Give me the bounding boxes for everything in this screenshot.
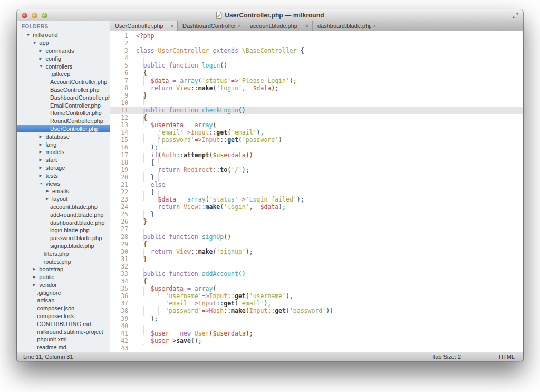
- line-number[interactable]: 11: [110, 107, 128, 114]
- folder-collapsed-icon[interactable]: ▶: [40, 142, 46, 147]
- tab-size-indicator[interactable]: Tab Size: 2: [432, 353, 461, 360]
- line-number[interactable]: 40: [110, 322, 128, 330]
- sidebar-file-item[interactable]: login.blade.php: [17, 226, 110, 234]
- code-line[interactable]: 19 return Redirect::to('/');: [110, 166, 523, 174]
- folder-collapsed-icon[interactable]: ▶: [40, 49, 46, 53]
- code-line[interactable]: 36 'username'=>Input::get('username'),: [110, 292, 523, 300]
- line-number[interactable]: 42: [110, 337, 128, 345]
- code-line[interactable]: 34 {: [110, 278, 523, 285]
- fullscreen-icon[interactable]: [512, 12, 519, 19]
- code-line[interactable]: 38 'password'=>Hash::make(Input::get('pa…: [110, 307, 523, 314]
- sidebar-file-item[interactable]: BaseController.php: [17, 86, 110, 94]
- sidebar-file-item[interactable]: routes.php: [17, 257, 110, 265]
- code-line[interactable]: 1<?php: [110, 32, 523, 40]
- sidebar-folder-item[interactable]: ▶public: [17, 273, 110, 281]
- code-line[interactable]: 12 {: [110, 114, 523, 121]
- tab-close-icon[interactable]: ×: [373, 23, 376, 29]
- sidebar-file-item[interactable]: DashboardController.php: [17, 93, 110, 101]
- line-number[interactable]: 14: [110, 129, 128, 136]
- folder-collapsed-icon[interactable]: ▶: [40, 56, 46, 61]
- line-number[interactable]: 32: [110, 263, 128, 270]
- line-number[interactable]: 19: [110, 166, 128, 174]
- sidebar-item-selected[interactable]: UserController.php: [17, 125, 110, 133]
- code-line[interactable]: 24 return View::make('login', $data);: [110, 203, 523, 211]
- line-number[interactable]: 17: [110, 151, 128, 159]
- folder-collapsed-icon[interactable]: ▶: [40, 150, 46, 154]
- tab-UserController.php[interactable]: UserController.php×: [110, 21, 178, 31]
- code-line[interactable]: 8 return View::make('login', $data);: [110, 84, 523, 92]
- folder-collapsed-icon[interactable]: ▶: [40, 166, 46, 170]
- line-number[interactable]: 34: [110, 278, 128, 285]
- code-line[interactable]: 42 $user->save();: [110, 337, 523, 345]
- sidebar-file-item[interactable]: account.blade.php: [17, 203, 110, 211]
- tab-close-icon[interactable]: ×: [305, 23, 308, 29]
- code-line[interactable]: 29 {: [110, 241, 523, 248]
- line-number[interactable]: 28: [110, 233, 128, 241]
- line-number[interactable]: 12: [110, 114, 128, 121]
- sidebar-folder-item[interactable]: ▼views: [17, 179, 110, 187]
- line-number[interactable]: 23: [110, 196, 128, 203]
- folder-collapsed-icon[interactable]: ▶: [33, 283, 39, 287]
- folder-collapsed-icon[interactable]: ▶: [33, 267, 39, 271]
- folder-collapsed-icon[interactable]: ▶: [40, 158, 46, 162]
- sidebar-folder-item[interactable]: ▶vendor: [17, 281, 110, 289]
- sidebar-folder-item[interactable]: ▼controllers: [17, 62, 110, 70]
- line-number[interactable]: 4: [110, 54, 128, 62]
- line-number[interactable]: 31: [110, 255, 128, 263]
- line-number[interactable]: 10: [110, 99, 128, 107]
- sidebar-file-item[interactable]: AccountController.php: [17, 78, 110, 86]
- folder-collapsed-icon[interactable]: ▶: [46, 197, 52, 201]
- code-line[interactable]: 25 }: [110, 211, 523, 218]
- sidebar-folder-item[interactable]: ▶commands: [17, 47, 110, 55]
- tab-close-icon[interactable]: ×: [170, 23, 173, 29]
- folder-collapsed-icon[interactable]: ▶: [46, 189, 52, 193]
- line-number[interactable]: 24: [110, 203, 128, 211]
- code-line[interactable]: 3class UserController extends \BaseContr…: [110, 47, 523, 54]
- sidebar-file-item[interactable]: dashboard.blade.php: [17, 218, 110, 226]
- code-line[interactable]: 37 'email'=>Input::get('email'),: [110, 300, 523, 307]
- sidebar-file-item[interactable]: filters.php: [17, 250, 110, 257]
- sidebar-file-item[interactable]: .gitignore: [17, 289, 110, 297]
- folder-expanded-icon[interactable]: ▼: [26, 33, 33, 37]
- line-number[interactable]: 36: [110, 292, 128, 300]
- sidebar-folder-item[interactable]: ▶bootstrap: [17, 265, 110, 273]
- line-number[interactable]: 38: [110, 307, 128, 314]
- line-number[interactable]: 43: [110, 345, 128, 352]
- code-line[interactable]: 2: [110, 40, 523, 47]
- line-number[interactable]: 1: [110, 32, 128, 40]
- line-number[interactable]: 35: [110, 285, 128, 292]
- sidebar-file-item[interactable]: composer.json: [17, 304, 110, 312]
- code-line[interactable]: 11 public function checkLogin(): [110, 107, 523, 114]
- code-line[interactable]: 16 );: [110, 144, 523, 151]
- code-line[interactable]: 18 {: [110, 159, 523, 166]
- line-number[interactable]: 7: [110, 77, 128, 84]
- sidebar-folder-item[interactable]: ▶layout: [17, 195, 110, 203]
- code-line[interactable]: 17 if(Auth::attempt($userdata)): [110, 151, 523, 159]
- sidebar-folder-item[interactable]: ▶database: [17, 132, 110, 140]
- code-line[interactable]: 13 $userdata = array(: [110, 121, 523, 129]
- sidebar-file-item[interactable]: EmailController.php: [17, 101, 110, 109]
- sidebar-folder-item[interactable]: ▶models: [17, 148, 110, 156]
- line-number[interactable]: 8: [110, 84, 128, 92]
- line-number[interactable]: 2: [110, 40, 128, 47]
- tab-close-icon[interactable]: ×: [238, 23, 241, 29]
- folder-expanded-icon[interactable]: ▼: [40, 64, 46, 68]
- code-line[interactable]: 32: [110, 263, 523, 270]
- code-line[interactable]: 4: [110, 54, 523, 62]
- code-line[interactable]: 33 public function addAccount(): [110, 270, 523, 278]
- code-line[interactable]: 9 }: [110, 92, 523, 99]
- sidebar-file-item[interactable]: artisan: [17, 297, 110, 304]
- line-number[interactable]: 33: [110, 270, 128, 278]
- folder-collapsed-icon[interactable]: ▶: [40, 135, 46, 139]
- code-line[interactable]: 15 'password'=>Input::get('password'): [110, 136, 523, 144]
- sidebar-folder-item[interactable]: ▼milkround: [17, 31, 110, 39]
- line-number[interactable]: 20: [110, 174, 128, 181]
- sidebar-file-item[interactable]: CONTRIBUTING.md: [17, 320, 110, 328]
- line-number[interactable]: 13: [110, 121, 128, 129]
- code-line[interactable]: 43: [110, 345, 523, 352]
- sidebar-file-item[interactable]: RoundController.php: [17, 117, 110, 125]
- code-line[interactable]: 30 return View::make('signup');: [110, 248, 523, 255]
- line-number[interactable]: 6: [110, 69, 128, 77]
- code-line[interactable]: 40: [110, 322, 523, 330]
- code-line[interactable]: 21 else: [110, 181, 523, 188]
